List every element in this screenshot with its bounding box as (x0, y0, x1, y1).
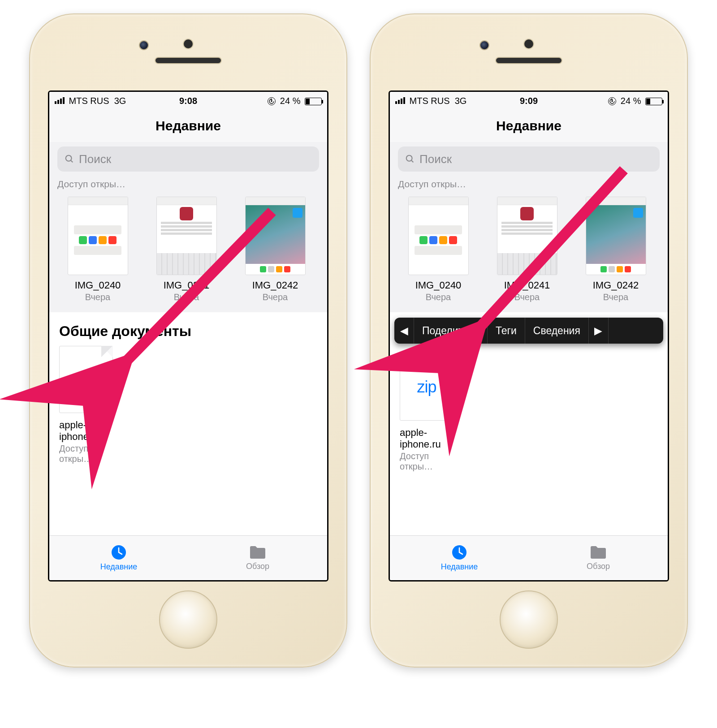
earpiece (495, 57, 562, 64)
clock-icon (111, 544, 127, 560)
front-camera (139, 40, 149, 50)
context-menu: ◀ Поделиться Теги Сведения ▶ (394, 318, 663, 344)
recent-thumbnails: IMG_0240 Вчера IMG_0241 Вчера IMG_0242 В… (49, 192, 327, 302)
documents-list: zip apple- iphone.ru Доступ откры… (49, 346, 327, 535)
context-share[interactable]: Поделиться (414, 318, 488, 344)
battery-icon (645, 98, 662, 105)
svg-line-2 (71, 160, 73, 163)
search-field[interactable]: Поиск (57, 146, 319, 172)
nav-bar: Недавние (390, 110, 668, 142)
svg-line-8 (411, 160, 414, 163)
front-camera (479, 40, 489, 50)
file-date: Вчера (489, 292, 565, 302)
zip-icon: zip (400, 353, 454, 421)
svg-point-7 (406, 155, 412, 161)
file-name: IMG_0240 (60, 280, 135, 291)
zip-file[interactable]: zip apple- iphone.ru Доступ откры… (59, 346, 122, 464)
file-thumb[interactable]: IMG_0242 Вчера (238, 197, 313, 302)
svg-rect-10 (591, 550, 606, 559)
clock-icon (451, 544, 467, 560)
file-thumb[interactable]: IMG_0242 Вчера (578, 197, 653, 302)
search-icon (405, 154, 415, 164)
page-title: Недавние (496, 118, 562, 134)
home-button[interactable] (159, 590, 217, 649)
file-thumb[interactable]: IMG_0240 Вчера (401, 197, 476, 302)
search-placeholder: Поиск (419, 152, 452, 166)
file-date: Вчера (578, 292, 653, 302)
svg-rect-6 (612, 100, 613, 102)
tab-browse[interactable]: Обзор (529, 536, 668, 580)
file-date: Вчера (149, 292, 224, 302)
earpiece (155, 57, 222, 64)
file-date: Вчера (60, 292, 135, 302)
search-placeholder: Поиск (79, 152, 111, 166)
tab-browse[interactable]: Обзор (188, 536, 327, 580)
proximity-sensor (523, 39, 534, 49)
shared-row-label: Доступ откры… (390, 176, 668, 192)
phone-mock-left: MTS RUS 3G 9:08 24 % Недавние По (29, 13, 347, 668)
svg-rect-0 (271, 100, 272, 102)
search-field[interactable]: Поиск (398, 146, 660, 172)
context-tags[interactable]: Теги (488, 318, 525, 344)
status-bar: MTS RUS 3G 9:08 24 % (49, 92, 327, 110)
shared-row-label: Доступ откры… (49, 176, 327, 192)
folder-icon (249, 545, 267, 560)
clock: 9:08 (179, 96, 197, 106)
recent-thumbnails: IMG_0240 Вчера IMG_0241 Вчера IMG_0242 В… (390, 192, 668, 302)
tab-recent[interactable]: Недавние (390, 536, 529, 580)
file-subtitle: Доступ откры… (59, 444, 122, 464)
zip-file[interactable]: zip apple- iphone.ru Доступ откры… (400, 353, 462, 472)
context-next[interactable]: ▶ (589, 318, 609, 344)
tab-bar: Недавние Обзор (49, 535, 327, 580)
svg-point-1 (66, 155, 72, 161)
file-name: apple- iphone.ru (59, 419, 122, 443)
page-title: Недавние (155, 118, 221, 134)
battery-icon (305, 98, 322, 105)
zip-icon: zip (59, 346, 113, 413)
tab-bar: Недавние Обзор (390, 535, 668, 580)
section-heading: Общие документы (49, 312, 327, 346)
screen-left: MTS RUS 3G 9:08 24 % Недавние По (48, 90, 328, 582)
svg-rect-4 (250, 550, 265, 559)
file-name: IMG_0242 (238, 280, 313, 291)
status-bar: MTS RUS 3G 9:09 24 % (390, 92, 668, 110)
proximity-sensor (183, 39, 194, 49)
file-thumb[interactable]: IMG_0241 Вчера (489, 197, 565, 302)
context-info[interactable]: Сведения (525, 318, 589, 344)
file-name: IMG_0242 (578, 280, 653, 291)
file-thumb[interactable]: IMG_0240 Вчера (60, 197, 135, 302)
screen-right: MTS RUS 3G 9:09 24 % Недавние По (389, 90, 669, 582)
file-name: apple- iphone.ru (400, 427, 462, 450)
file-subtitle: Доступ откры… (400, 451, 462, 472)
phone-mock-right: MTS RUS 3G 9:09 24 % Недавние По (370, 13, 688, 668)
folder-icon (589, 545, 607, 560)
tab-recent[interactable]: Недавние (49, 536, 188, 580)
file-name: IMG_0240 (401, 280, 476, 291)
file-name: IMG_0241 (149, 280, 224, 291)
file-thumb[interactable]: IMG_0241 Вчера (149, 197, 224, 302)
file-name: IMG_0241 (489, 280, 565, 291)
file-date: Вчера (238, 292, 313, 302)
documents-list: zip apple- iphone.ru Доступ откры… (390, 350, 668, 535)
search-icon (65, 154, 74, 164)
nav-bar: Недавние (49, 110, 327, 142)
file-date: Вчера (401, 292, 476, 302)
home-button[interactable] (500, 590, 558, 649)
context-prev[interactable]: ◀ (394, 318, 414, 344)
clock: 9:09 (520, 96, 538, 106)
